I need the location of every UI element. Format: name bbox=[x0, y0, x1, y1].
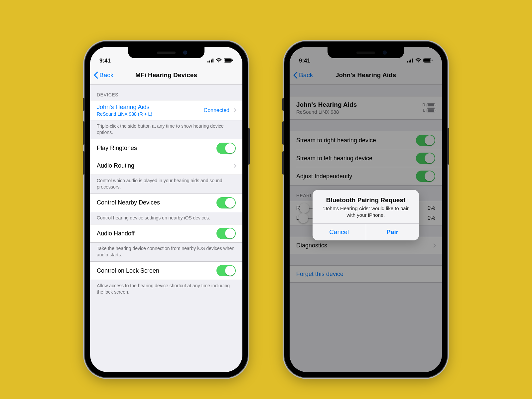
svg-rect-6 bbox=[232, 60, 233, 61]
alert-message: “John's Hearing Aids” would like to pair… bbox=[319, 205, 413, 218]
alert-cancel-button[interactable]: Cancel bbox=[313, 224, 366, 240]
device-model: ReSound LiNX 988 (R + L) bbox=[97, 111, 152, 117]
devices-section-footer: Triple-click the side button at any time… bbox=[90, 120, 242, 139]
volume-up-button bbox=[282, 121, 284, 145]
chevron-right-icon bbox=[232, 164, 236, 168]
status-time: 9:41 bbox=[99, 58, 111, 64]
audio-handoff-row[interactable]: Audio Handoff bbox=[90, 224, 242, 243]
audio-routing-row[interactable]: Audio Routing bbox=[90, 157, 242, 175]
chevron-left-icon bbox=[93, 71, 98, 79]
volume-down-button bbox=[282, 151, 284, 175]
lock-screen-row[interactable]: Control on Lock Screen bbox=[90, 261, 242, 280]
lock-screen-label: Control on Lock Screen bbox=[97, 267, 159, 274]
phone-left: 9:41 Back MFi Hearing Devices DEVI bbox=[85, 42, 248, 377]
nav-bar: Back MFi Hearing Devices bbox=[90, 66, 242, 85]
lock-screen-toggle[interactable] bbox=[216, 265, 236, 276]
svg-rect-3 bbox=[212, 59, 213, 63]
svg-rect-0 bbox=[207, 61, 208, 63]
control-nearby-footer: Control hearing device settings on nearb… bbox=[90, 212, 242, 224]
svg-rect-1 bbox=[209, 61, 210, 63]
svg-rect-2 bbox=[211, 60, 212, 63]
device-name: John's Hearing Aids bbox=[97, 104, 152, 111]
wifi-icon bbox=[216, 58, 222, 64]
back-label: Back bbox=[99, 71, 113, 79]
front-camera bbox=[183, 51, 187, 55]
alert-pair-button[interactable]: Pair bbox=[366, 224, 419, 240]
control-nearby-row[interactable]: Control Nearby Devices bbox=[90, 194, 242, 212]
audio-handoff-toggle[interactable] bbox=[216, 228, 236, 239]
battery-icon bbox=[224, 58, 233, 64]
volume-up-button bbox=[83, 121, 85, 145]
phone-right: 9:41 Back John's Hearing Aids bbox=[284, 42, 447, 377]
hearing-device-row[interactable]: John's Hearing Aids ReSound LiNX 988 (R … bbox=[90, 100, 242, 120]
side-button bbox=[248, 128, 250, 165]
control-nearby-label: Control Nearby Devices bbox=[97, 199, 160, 206]
cellular-icon bbox=[207, 58, 214, 64]
play-ringtones-row[interactable]: Play Ringtones bbox=[90, 139, 242, 157]
control-nearby-toggle[interactable] bbox=[216, 197, 236, 208]
back-button[interactable]: Back bbox=[93, 66, 113, 84]
svg-rect-5 bbox=[225, 59, 231, 62]
page-title: MFi Hearing Devices bbox=[135, 71, 197, 79]
play-ringtones-label: Play Ringtones bbox=[97, 145, 137, 152]
mute-switch bbox=[83, 98, 85, 111]
chevron-right-icon bbox=[232, 108, 236, 112]
audio-routing-label: Audio Routing bbox=[97, 162, 134, 169]
audio-handoff-label: Audio Handoff bbox=[97, 230, 135, 237]
alert-title: Bluetooth Pairing Request bbox=[319, 197, 413, 204]
device-status: Connected bbox=[204, 107, 229, 113]
devices-section-header: DEVICES bbox=[90, 85, 242, 100]
play-ringtones-toggle[interactable] bbox=[216, 143, 236, 154]
side-button bbox=[447, 128, 449, 165]
notch bbox=[128, 47, 204, 58]
bluetooth-pairing-alert: Bluetooth Pairing Request “John's Hearin… bbox=[313, 190, 419, 240]
speaker-grille bbox=[157, 52, 176, 54]
audio-routing-footer: Control which audio is played in your he… bbox=[90, 175, 242, 194]
lock-screen-footer: Allow access to the hearing device short… bbox=[90, 280, 242, 299]
volume-down-button bbox=[83, 151, 85, 175]
audio-handoff-footer: Take the hearing device connection from … bbox=[90, 243, 242, 261]
mute-switch bbox=[282, 98, 284, 111]
